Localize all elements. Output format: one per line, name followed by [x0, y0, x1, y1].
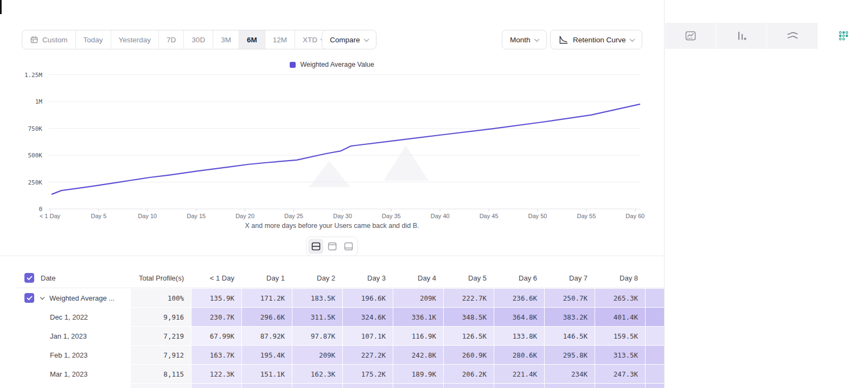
report-tab-insights[interactable]: [665, 23, 716, 49]
table-row[interactable]: Dec 1, 20229,916230.7K296.6K311.5K324.6K…: [16, 308, 664, 326]
retention-value-cell: 311.5K: [292, 308, 342, 326]
retention-value-cell: 196.6K: [343, 289, 393, 307]
split-view-toggle[interactable]: [308, 239, 323, 254]
report-tab-funnels[interactable]: [716, 23, 767, 49]
svg-text:Day 15: Day 15: [187, 213, 206, 219]
retention-value-cell: 175.2K: [343, 365, 393, 383]
retention-value-cell: 260.9K: [444, 346, 494, 364]
retention-value-cell: 116.9K: [393, 327, 443, 345]
svg-text:Day 25: Day 25: [284, 213, 303, 219]
retention-value-cell: 280.6K: [494, 346, 544, 364]
retention-value-cell: 97.87K: [292, 327, 342, 345]
retention-value-cell: 221.4K: [494, 365, 544, 383]
retention-value-cell: 122.3K: [192, 365, 241, 383]
table-row[interactable]: Feb 1, 20237,912163.7K195.4K209K227.2K24…: [16, 346, 664, 364]
total-profiles-cell: 7,219: [131, 327, 191, 345]
svg-text:< 1 Day: < 1 Day: [40, 213, 61, 219]
chevron-down-icon[interactable]: [40, 295, 44, 299]
column-header[interactable]: Day 6: [494, 268, 544, 288]
retention-value-cell: 364.8K: [494, 308, 544, 326]
retention-value-cell: [343, 384, 393, 388]
retention-value-cell: 265.3K: [595, 289, 645, 307]
retention-value-cell: 163.7K: [192, 346, 241, 364]
svg-text:Day 35: Day 35: [382, 213, 401, 219]
svg-text:Day 20: Day 20: [235, 213, 254, 219]
chart-only-toggle[interactable]: [324, 239, 340, 254]
check-icon: [27, 276, 33, 281]
report-tab-retention[interactable]: [818, 23, 868, 49]
svg-text:Day 40: Day 40: [431, 213, 450, 219]
retention-value-cell: 209K: [292, 346, 342, 364]
retention-value-cell: 159.5K: [595, 327, 645, 345]
svg-text:Day 50: Day 50: [528, 213, 547, 219]
retention-value-cell: 189.9K: [393, 365, 443, 383]
row-label-cell: [16, 384, 130, 388]
row-checkbox[interactable]: [24, 293, 34, 303]
retention-value-cell: 250.7K: [545, 289, 595, 307]
retention-value-cell: 383.2K: [545, 308, 595, 326]
column-header[interactable]: Day 8: [595, 268, 645, 288]
table-row[interactable]: Jan 1, 20237,21967.99K87.92K97.87K107.1K…: [16, 327, 664, 345]
total-profiles-cell: 8,115: [131, 365, 191, 383]
retention-value-cell: 227.2K: [343, 346, 393, 364]
column-header[interactable]: Total Profile(s): [130, 268, 191, 288]
svg-text:Day 60: Day 60: [626, 213, 644, 219]
retention-value-cell: 209K: [393, 289, 443, 307]
svg-text:500K: 500K: [28, 152, 43, 159]
table-row[interactable]: Mar 1, 20238,115122.3K151.1K162.3K175.2K…: [16, 365, 664, 383]
svg-text:Day 55: Day 55: [577, 213, 596, 219]
report-tab-flows[interactable]: [767, 23, 818, 49]
column-header[interactable]: Day 2: [292, 268, 342, 288]
svg-text:Day 10: Day 10: [138, 213, 157, 219]
svg-text:Day 5: Day 5: [91, 213, 107, 219]
split-view-icon: [311, 242, 321, 251]
retention-value-cell: 222.7K: [444, 289, 494, 307]
retention-line-chart: 1.25M1M750K500K250K0< 1 DayDay 5Day 10Da…: [0, 0, 664, 233]
svg-text:Day 30: Day 30: [333, 213, 352, 219]
retention-table: DateTotal Profile(s)< 1 DayDay 1Day 2Day…: [16, 268, 664, 388]
retention-value-cell: 348.5K: [444, 308, 494, 326]
column-header[interactable]: Day 4: [393, 268, 443, 288]
retention-value-cell: [242, 384, 292, 388]
retention-value-cell: 247.3K: [595, 365, 645, 383]
report-type-tabs: [665, 23, 868, 49]
svg-text:750K: 750K: [28, 125, 43, 132]
retention-value-cell: 234K: [545, 365, 595, 383]
partial-value-cell: [646, 327, 664, 345]
total-profiles-cell: [131, 384, 191, 388]
column-header[interactable]: Day 3: [342, 268, 393, 288]
retention-report-app: CustomTodayYesterday7D30D3M6M12MXTD Comp…: [0, 0, 868, 388]
total-profiles-cell: 9,916: [131, 308, 191, 326]
retention-value-cell: 67.99K: [192, 327, 241, 345]
x-axis-caption: X and more days before your Users came b…: [0, 222, 664, 230]
funnels-icon: [736, 30, 747, 41]
retention-value-cell: [545, 384, 595, 388]
row-checkbox[interactable]: [24, 273, 34, 283]
svg-text:Day 45: Day 45: [480, 213, 499, 219]
retention-value-cell: 324.6K: [343, 308, 393, 326]
column-header[interactable]: Day 1: [241, 268, 292, 288]
retention-value-cell: [192, 384, 241, 388]
partial-value-cell: [646, 308, 664, 326]
retention-value-cell: 162.3K: [292, 365, 342, 383]
column-header[interactable]: Day 7: [544, 268, 595, 288]
query-panel: Query Chart: [664, 0, 868, 388]
retention-value-cell: [292, 384, 342, 388]
table-header-row: DateTotal Profile(s)< 1 DayDay 1Day 2Day…: [16, 268, 664, 288]
retention-value-cell: 195.4K: [242, 346, 292, 364]
table-row[interactable]: Weighted Average ...100%135.9K171.2K183.…: [16, 289, 664, 307]
column-header-date[interactable]: Date: [16, 268, 130, 288]
insights-icon: [685, 30, 697, 41]
column-header[interactable]: Day 5: [443, 268, 494, 288]
partial-value-cell: [646, 384, 664, 388]
retention-icon: [838, 30, 849, 41]
table-row[interactable]: [16, 384, 664, 388]
retention-value-cell: 135.9K: [192, 289, 241, 307]
row-label-cell: Dec 1, 2022: [16, 308, 130, 326]
table-only-toggle[interactable]: [341, 239, 356, 254]
retention-value-cell: 242.8K: [393, 346, 443, 364]
svg-text:250K: 250K: [28, 179, 43, 186]
flows-icon: [787, 30, 799, 41]
partial-value-cell: [646, 346, 664, 364]
column-header[interactable]: < 1 Day: [191, 268, 241, 288]
